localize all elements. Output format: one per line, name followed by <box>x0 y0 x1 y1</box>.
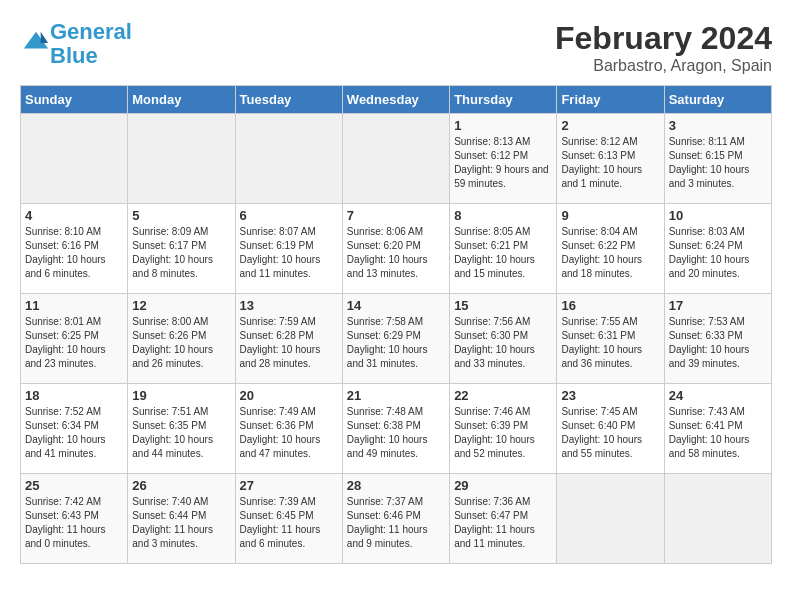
day-cell: 14Sunrise: 7:58 AM Sunset: 6:29 PM Dayli… <box>342 294 449 384</box>
day-number: 29 <box>454 478 552 493</box>
day-number: 28 <box>347 478 445 493</box>
day-info: Sunrise: 8:01 AM Sunset: 6:25 PM Dayligh… <box>25 315 123 371</box>
day-info: Sunrise: 7:42 AM Sunset: 6:43 PM Dayligh… <box>25 495 123 551</box>
main-title: February 2024 <box>555 20 772 57</box>
day-info: Sunrise: 7:36 AM Sunset: 6:47 PM Dayligh… <box>454 495 552 551</box>
day-info: Sunrise: 7:49 AM Sunset: 6:36 PM Dayligh… <box>240 405 338 461</box>
day-number: 6 <box>240 208 338 223</box>
day-info: Sunrise: 7:53 AM Sunset: 6:33 PM Dayligh… <box>669 315 767 371</box>
calendar-table: SundayMondayTuesdayWednesdayThursdayFrid… <box>20 85 772 564</box>
svg-marker-1 <box>41 32 48 43</box>
day-number: 25 <box>25 478 123 493</box>
day-info: Sunrise: 8:00 AM Sunset: 6:26 PM Dayligh… <box>132 315 230 371</box>
day-number: 14 <box>347 298 445 313</box>
day-cell: 12Sunrise: 8:00 AM Sunset: 6:26 PM Dayli… <box>128 294 235 384</box>
day-info: Sunrise: 8:12 AM Sunset: 6:13 PM Dayligh… <box>561 135 659 191</box>
day-cell: 18Sunrise: 7:52 AM Sunset: 6:34 PM Dayli… <box>21 384 128 474</box>
day-info: Sunrise: 8:06 AM Sunset: 6:20 PM Dayligh… <box>347 225 445 281</box>
day-info: Sunrise: 8:09 AM Sunset: 6:17 PM Dayligh… <box>132 225 230 281</box>
day-cell <box>342 114 449 204</box>
day-info: Sunrise: 8:05 AM Sunset: 6:21 PM Dayligh… <box>454 225 552 281</box>
day-cell <box>235 114 342 204</box>
day-info: Sunrise: 7:58 AM Sunset: 6:29 PM Dayligh… <box>347 315 445 371</box>
day-info: Sunrise: 7:37 AM Sunset: 6:46 PM Dayligh… <box>347 495 445 551</box>
logo-general: General <box>50 19 132 44</box>
column-header-saturday: Saturday <box>664 86 771 114</box>
day-number: 8 <box>454 208 552 223</box>
day-number: 1 <box>454 118 552 133</box>
day-cell: 23Sunrise: 7:45 AM Sunset: 6:40 PM Dayli… <box>557 384 664 474</box>
week-row: 1Sunrise: 8:13 AM Sunset: 6:12 PM Daylig… <box>21 114 772 204</box>
day-info: Sunrise: 8:10 AM Sunset: 6:16 PM Dayligh… <box>25 225 123 281</box>
day-number: 24 <box>669 388 767 403</box>
column-header-monday: Monday <box>128 86 235 114</box>
day-cell <box>128 114 235 204</box>
day-cell: 28Sunrise: 7:37 AM Sunset: 6:46 PM Dayli… <box>342 474 449 564</box>
day-cell: 3Sunrise: 8:11 AM Sunset: 6:15 PM Daylig… <box>664 114 771 204</box>
logo-icon <box>22 28 50 56</box>
sub-title: Barbastro, Aragon, Spain <box>555 57 772 75</box>
day-number: 15 <box>454 298 552 313</box>
day-number: 4 <box>25 208 123 223</box>
day-info: Sunrise: 7:45 AM Sunset: 6:40 PM Dayligh… <box>561 405 659 461</box>
week-row: 4Sunrise: 8:10 AM Sunset: 6:16 PM Daylig… <box>21 204 772 294</box>
column-header-friday: Friday <box>557 86 664 114</box>
logo-blue: Blue <box>50 43 98 68</box>
day-number: 20 <box>240 388 338 403</box>
day-cell: 20Sunrise: 7:49 AM Sunset: 6:36 PM Dayli… <box>235 384 342 474</box>
day-cell: 7Sunrise: 8:06 AM Sunset: 6:20 PM Daylig… <box>342 204 449 294</box>
day-cell <box>21 114 128 204</box>
day-cell: 17Sunrise: 7:53 AM Sunset: 6:33 PM Dayli… <box>664 294 771 384</box>
day-cell: 9Sunrise: 8:04 AM Sunset: 6:22 PM Daylig… <box>557 204 664 294</box>
column-header-wednesday: Wednesday <box>342 86 449 114</box>
day-cell: 19Sunrise: 7:51 AM Sunset: 6:35 PM Dayli… <box>128 384 235 474</box>
day-info: Sunrise: 7:46 AM Sunset: 6:39 PM Dayligh… <box>454 405 552 461</box>
day-number: 23 <box>561 388 659 403</box>
day-number: 13 <box>240 298 338 313</box>
day-cell: 5Sunrise: 8:09 AM Sunset: 6:17 PM Daylig… <box>128 204 235 294</box>
day-number: 19 <box>132 388 230 403</box>
day-cell: 27Sunrise: 7:39 AM Sunset: 6:45 PM Dayli… <box>235 474 342 564</box>
column-header-sunday: Sunday <box>21 86 128 114</box>
day-cell: 24Sunrise: 7:43 AM Sunset: 6:41 PM Dayli… <box>664 384 771 474</box>
day-info: Sunrise: 7:55 AM Sunset: 6:31 PM Dayligh… <box>561 315 659 371</box>
day-cell: 22Sunrise: 7:46 AM Sunset: 6:39 PM Dayli… <box>450 384 557 474</box>
day-number: 3 <box>669 118 767 133</box>
day-cell: 15Sunrise: 7:56 AM Sunset: 6:30 PM Dayli… <box>450 294 557 384</box>
day-cell: 6Sunrise: 8:07 AM Sunset: 6:19 PM Daylig… <box>235 204 342 294</box>
day-cell: 10Sunrise: 8:03 AM Sunset: 6:24 PM Dayli… <box>664 204 771 294</box>
day-cell <box>664 474 771 564</box>
logo: General Blue <box>20 20 132 68</box>
day-cell: 11Sunrise: 8:01 AM Sunset: 6:25 PM Dayli… <box>21 294 128 384</box>
day-number: 11 <box>25 298 123 313</box>
day-number: 16 <box>561 298 659 313</box>
day-info: Sunrise: 7:56 AM Sunset: 6:30 PM Dayligh… <box>454 315 552 371</box>
logo-text: General Blue <box>50 20 132 68</box>
week-row: 11Sunrise: 8:01 AM Sunset: 6:25 PM Dayli… <box>21 294 772 384</box>
day-number: 2 <box>561 118 659 133</box>
week-row: 18Sunrise: 7:52 AM Sunset: 6:34 PM Dayli… <box>21 384 772 474</box>
day-cell <box>557 474 664 564</box>
day-number: 21 <box>347 388 445 403</box>
day-number: 26 <box>132 478 230 493</box>
day-info: Sunrise: 8:07 AM Sunset: 6:19 PM Dayligh… <box>240 225 338 281</box>
day-info: Sunrise: 7:59 AM Sunset: 6:28 PM Dayligh… <box>240 315 338 371</box>
day-number: 7 <box>347 208 445 223</box>
day-info: Sunrise: 8:04 AM Sunset: 6:22 PM Dayligh… <box>561 225 659 281</box>
day-cell: 29Sunrise: 7:36 AM Sunset: 6:47 PM Dayli… <box>450 474 557 564</box>
day-info: Sunrise: 8:11 AM Sunset: 6:15 PM Dayligh… <box>669 135 767 191</box>
day-info: Sunrise: 8:03 AM Sunset: 6:24 PM Dayligh… <box>669 225 767 281</box>
day-number: 18 <box>25 388 123 403</box>
day-number: 9 <box>561 208 659 223</box>
day-number: 12 <box>132 298 230 313</box>
day-cell: 13Sunrise: 7:59 AM Sunset: 6:28 PM Dayli… <box>235 294 342 384</box>
day-cell: 26Sunrise: 7:40 AM Sunset: 6:44 PM Dayli… <box>128 474 235 564</box>
day-cell: 2Sunrise: 8:12 AM Sunset: 6:13 PM Daylig… <box>557 114 664 204</box>
day-cell: 1Sunrise: 8:13 AM Sunset: 6:12 PM Daylig… <box>450 114 557 204</box>
day-number: 22 <box>454 388 552 403</box>
day-cell: 16Sunrise: 7:55 AM Sunset: 6:31 PM Dayli… <box>557 294 664 384</box>
week-row: 25Sunrise: 7:42 AM Sunset: 6:43 PM Dayli… <box>21 474 772 564</box>
day-info: Sunrise: 8:13 AM Sunset: 6:12 PM Dayligh… <box>454 135 552 191</box>
column-header-tuesday: Tuesday <box>235 86 342 114</box>
day-info: Sunrise: 7:43 AM Sunset: 6:41 PM Dayligh… <box>669 405 767 461</box>
